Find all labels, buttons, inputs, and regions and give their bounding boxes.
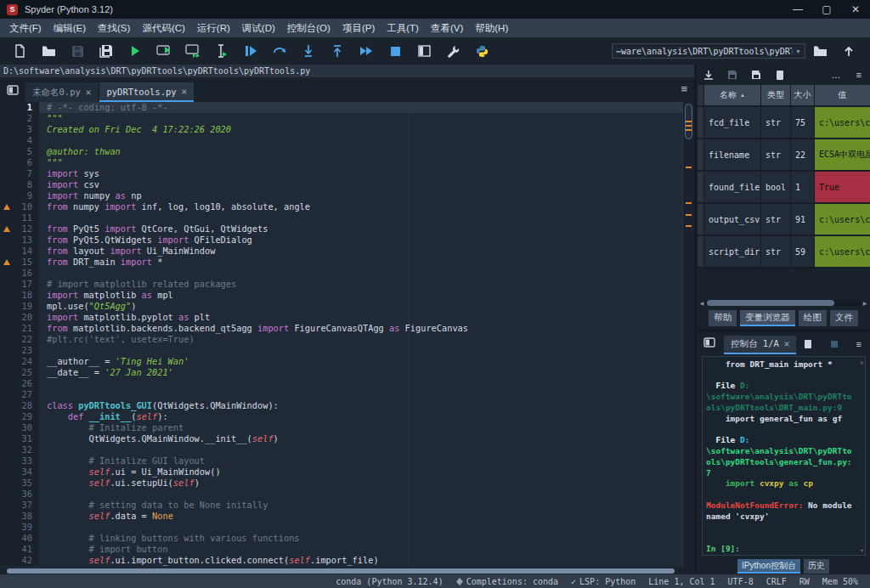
menu-item-8[interactable]: 工具(T) (381, 20, 425, 37)
variable-value[interactable]: c:\users\che (815, 236, 870, 267)
close-icon[interactable]: ✕ (182, 86, 188, 97)
menu-item-9[interactable]: 查看(V) (425, 20, 469, 37)
save-all-button[interactable] (92, 39, 121, 63)
code-line-19[interactable]: 19mpl.use("Qt5Agg") (0, 301, 682, 312)
status-completions[interactable]: Completions: conda (456, 577, 558, 586)
code-line-23[interactable]: 23 (0, 345, 682, 356)
code-line-21[interactable]: 21from matplotlib.backends.backend_qt5ag… (0, 323, 682, 334)
code-line-35[interactable]: 35 self.ui.setupUi(self) (0, 478, 682, 489)
variable-explorer-menu-icon[interactable]: ≡ (856, 70, 862, 80)
code-line-36[interactable]: 36 (0, 489, 682, 500)
code-line-4[interactable]: 4 (0, 135, 682, 146)
run-file-button[interactable] (121, 39, 150, 63)
code-line-20[interactable]: 20import matplotlib.pyplot as plt (0, 312, 682, 323)
scroll-left-icon[interactable]: ◀ (698, 300, 705, 306)
pane-tab-3[interactable]: 文件 (830, 310, 858, 326)
code-line-42[interactable]: 42 self.ui.import_button.clicked.connect… (0, 555, 682, 566)
refresh-variables-icon[interactable] (776, 70, 784, 81)
code-line-27[interactable]: 27 (0, 389, 682, 400)
browse-working-directory-button[interactable] (805, 39, 834, 63)
debug-file-button[interactable] (236, 39, 265, 63)
status-lsp[interactable]: ✓LSP: Python (571, 577, 636, 586)
variable-row-filename[interactable]: filenamestr22ECSA中双电层 (698, 139, 870, 170)
status-eol[interactable]: CRLF (766, 577, 787, 586)
code-line-37[interactable]: 37 # setting data to be None initally (0, 500, 682, 511)
variable-name[interactable]: output_csv (704, 204, 760, 235)
pane-tab-1[interactable]: 变量浏览器 (740, 310, 795, 326)
continue-execution-button[interactable] (352, 39, 381, 63)
code-line-29[interactable]: 29 def __init__(self): (0, 411, 682, 422)
menu-item-7[interactable]: 项目(P) (336, 20, 381, 37)
code-line-38[interactable]: 38 self.data = None (0, 511, 682, 522)
variable-value[interactable]: c:\users\che (815, 204, 870, 235)
run-current-line-button[interactable] (265, 39, 294, 63)
variable-name[interactable]: script_dir (704, 236, 760, 267)
code-line-34[interactable]: 34 self.ui = Ui_MainWindow() (0, 466, 682, 478)
maximize-button[interactable]: ▢ (812, 0, 841, 19)
minimize-button[interactable]: — (783, 0, 812, 19)
step-return-button[interactable] (323, 39, 352, 63)
code-line-17[interactable]: 17# import matplotlib related packages (0, 279, 682, 290)
step-into-button[interactable] (294, 39, 323, 63)
run-selection-button[interactable] (207, 39, 236, 63)
variable-value[interactable]: True (815, 172, 870, 202)
variable-table-hscrollbar[interactable]: ◀ ▶ (697, 298, 870, 308)
interrupt-kernel-icon[interactable] (831, 341, 838, 348)
menu-item-5[interactable]: 调试(D) (236, 20, 281, 37)
code-line-41[interactable]: 41 # import button (0, 544, 682, 555)
code-line-16[interactable]: 16 (0, 268, 682, 279)
working-directory-combobox[interactable]: ⋯ware\analysis\DRT\pyDRTtools\pyDRTtools… (612, 43, 805, 59)
close-icon[interactable]: ✕ (86, 87, 92, 98)
code-line-8[interactable]: 8import csv (0, 179, 682, 190)
run-cell-advance-button[interactable] (178, 39, 207, 63)
status-encoding[interactable]: UTF-8 (728, 577, 754, 586)
menu-item-6[interactable]: 控制台(O) (281, 20, 336, 37)
console-pane-tab-0[interactable]: IPython控制台 (737, 559, 800, 574)
code-line-39[interactable]: 39 (0, 522, 682, 533)
variable-hscroll-thumb[interactable] (707, 300, 834, 306)
code-line-32[interactable]: 32 (0, 444, 682, 455)
code-line-28[interactable]: 28class pyDRTtools_GUI(QtWidgets.QMainWi… (0, 400, 682, 411)
code-line-15[interactable]: 15from DRT_main import * (0, 257, 682, 268)
save-button[interactable] (63, 39, 92, 63)
editor-options-menu-icon[interactable]: ≡ (681, 82, 687, 95)
code-line-7[interactable]: 7import sys (0, 168, 682, 179)
console-tab[interactable]: 控制台 1/A ✕ (724, 336, 796, 354)
editor-hscroll-thumb[interactable] (7, 568, 675, 574)
close-button[interactable]: ✕ (841, 0, 870, 19)
variable-row-found_file[interactable]: found_filebool1True (698, 172, 870, 202)
browse-tabs-button[interactable] (2, 80, 24, 100)
code-line-6[interactable]: 6""" (0, 157, 682, 168)
variable-value[interactable]: c:\users\che (815, 107, 870, 138)
status-interpreter[interactable]: conda (Python 3.12.4) (336, 577, 443, 586)
code-editor[interactable]: 1# -*- coding: utf-8 -*-2"""3Created on … (0, 102, 694, 568)
import-data-icon[interactable] (703, 70, 714, 81)
code-line-40[interactable]: 40 # linking buttons with various functi… (0, 533, 682, 544)
code-line-1[interactable]: 1# -*- coding: utf-8 -*- (0, 102, 682, 113)
stop-debug-button[interactable] (381, 39, 410, 63)
variable-name[interactable]: filename (704, 139, 760, 170)
python-path-manager-button[interactable] (467, 39, 496, 63)
console-scroll-up-icon[interactable]: ▲ (860, 359, 863, 365)
code-line-31[interactable]: 31 QtWidgets.QMainWindow.__init__(self) (0, 433, 682, 444)
status-permissions[interactable]: RW (799, 577, 810, 586)
code-line-13[interactable]: 13from PyQt5.QtWidgets import QFileDialo… (0, 235, 682, 246)
code-line-5[interactable]: 5@author: thwan (0, 146, 682, 157)
code-line-22[interactable]: 22#plt.rc('text', usetex=True) (0, 334, 682, 345)
new-console-icon[interactable] (804, 339, 812, 349)
menu-item-3[interactable]: 源代码(C) (136, 20, 190, 37)
editor-tab-0[interactable]: 未命名0.py✕ (25, 82, 98, 102)
column-size[interactable]: 大小 (791, 85, 814, 105)
variable-row-output_csv[interactable]: output_csvstr91c:\users\che (698, 204, 870, 235)
column-type[interactable]: 类型 (761, 85, 790, 105)
editor-tab-1[interactable]: pyDRTtools.py✕ (99, 82, 194, 102)
editor-horizontal-scrollbar[interactable] (0, 568, 694, 574)
new-file-button[interactable] (5, 39, 34, 63)
console-pane-tab-1[interactable]: 历史 (804, 559, 829, 574)
menu-item-10[interactable]: 帮助(H) (469, 20, 514, 37)
code-line-11[interactable]: 11 (0, 212, 682, 223)
console-browse-tabs-button[interactable] (698, 332, 720, 353)
open-file-button[interactable] (34, 39, 63, 63)
scroll-right-icon[interactable]: ▶ (862, 300, 868, 306)
preferences-button[interactable] (438, 39, 467, 63)
